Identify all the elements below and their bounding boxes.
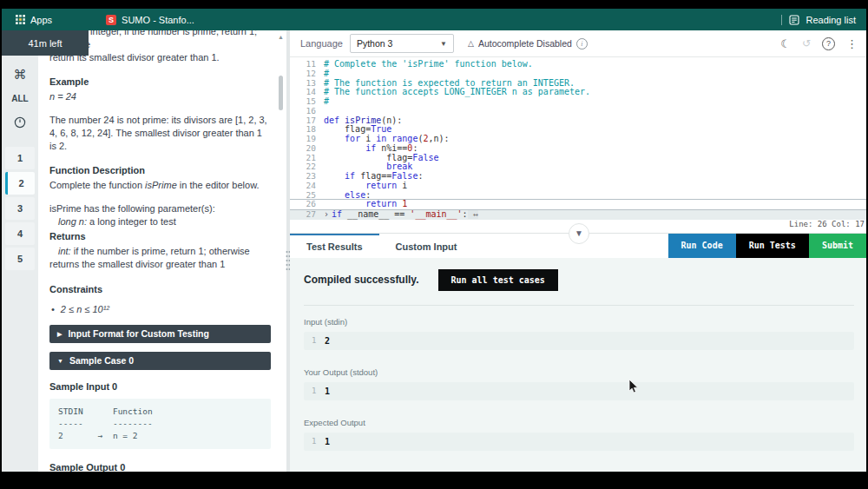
autocomplete-status: △ Autocomplete Disabled i <box>468 38 588 50</box>
info-icon[interactable]: i <box>576 38 588 50</box>
parameter-line: long n: a long integer to test <box>58 215 271 228</box>
code-line-27[interactable]: 27›if __name__ == '__main__': ↔ <box>290 209 866 220</box>
sidebar-question-5[interactable]: 5 <box>5 248 35 270</box>
constraints-heading: Constraints <box>49 283 271 296</box>
parameters-intro: isPrime has the following parameter(s): <box>49 202 271 215</box>
io-value: 1 <box>325 437 330 446</box>
line-number: 16 <box>290 107 324 116</box>
language-select[interactable]: Python 3 ▼ <box>350 34 454 53</box>
reading-list-label[interactable]: Reading list <box>806 15 856 25</box>
bullet-icon: • <box>51 303 55 316</box>
run-tests-button[interactable]: Run Tests <box>736 234 809 258</box>
problem-scrollbar[interactable]: ▲ <box>278 34 284 472</box>
reading-list-icon <box>789 15 799 25</box>
scrollbar-thumb[interactable] <box>279 76 283 110</box>
io-box[interactable]: 11 <box>304 433 854 451</box>
command-icon[interactable]: ⌘ <box>14 67 27 83</box>
sidebar-item-all[interactable]: ALL <box>11 94 28 103</box>
fold-arrow-icon[interactable]: › <box>324 210 329 220</box>
browser-bookmarks-bar: Apps S SUMO - Stanfo... Reading list <box>2 9 866 30</box>
compile-status: Compiled successfully. <box>304 274 419 286</box>
io-sections: Input (stdin)12Your Output (stdout)11Exp… <box>304 305 854 451</box>
tab-custom-input[interactable]: Custom Input <box>379 234 474 258</box>
toolbar-separator <box>781 15 782 25</box>
code-line-26[interactable]: 26 return 1 <box>290 200 866 209</box>
dark-mode-icon[interactable]: ☾ <box>780 37 791 50</box>
chevron-down-icon: ▼ <box>440 40 447 48</box>
io-section: Your Output (stdout)11 <box>304 367 854 400</box>
collapse-panel-button[interactable]: ▼ <box>569 223 589 244</box>
example-heading: Example <box>49 76 271 89</box>
clock-icon[interactable] <box>14 116 26 132</box>
kebab-menu-icon[interactable]: ⋮ <box>846 37 858 50</box>
code-line-11[interactable]: 11# Complete the 'isPrime' function belo… <box>290 60 866 69</box>
code-editor[interactable]: 11# Complete the 'isPrime' function belo… <box>290 57 866 220</box>
site-favicon: S <box>106 15 116 25</box>
sample-output-heading: Sample Output 0 <box>49 461 271 472</box>
apps-shortcut[interactable]: Apps <box>16 15 52 25</box>
line-number: 26 <box>290 200 324 209</box>
io-label: Your Output (stdout) <box>304 367 854 377</box>
io-line-number: 1 <box>312 387 325 395</box>
line-number: 24 <box>290 182 324 191</box>
io-section: Input (stdin)12 <box>304 317 854 350</box>
example-value: n = 24 <box>49 90 271 103</box>
code-line-14[interactable]: 14# The function accepts LONG_INTEGER n … <box>290 88 866 97</box>
constraint-item: •2 ≤ n ≤ 10¹² <box>51 303 271 316</box>
undo-icon[interactable]: ↺ <box>802 37 811 50</box>
line-number: 20 <box>290 144 324 154</box>
chevron-down-icon: ▼ <box>575 228 583 238</box>
submit-button[interactable]: Submit <box>809 234 866 258</box>
run-code-button[interactable]: Run Code <box>668 234 736 258</box>
sidebar-question-1[interactable]: 1 <box>5 147 35 169</box>
problem-statement-panel[interactable]: Given an integer, if the number is prime… <box>38 30 286 472</box>
io-label: Input (stdin) <box>304 317 854 327</box>
time-remaining-badge: 41m left <box>2 30 89 56</box>
help-icon[interactable]: ? <box>822 37 835 50</box>
returns-heading: Returns <box>49 230 271 243</box>
sidebar-question-3[interactable]: 3 <box>5 197 35 220</box>
bookmark-tab[interactable]: S SUMO - Stanfo... <box>106 15 194 25</box>
run-all-test-cases-button[interactable]: Run all test cases <box>438 269 558 291</box>
line-number: 27 <box>290 210 324 220</box>
expand-icon: ▶ <box>57 327 62 340</box>
io-line-number: 1 <box>312 336 325 345</box>
io-line-number: 1 <box>312 437 325 446</box>
results-tabs: Test ResultsCustom Input <box>290 234 473 258</box>
language-label: Language <box>300 38 343 49</box>
sidebar-question-4[interactable]: 4 <box>5 222 35 245</box>
sample-case-0-header[interactable]: ▼ Sample Case 0 <box>49 352 271 370</box>
bookmark-title: SUMO - Stanfo... <box>122 15 194 25</box>
sidebar-questions: 12345 <box>2 144 38 273</box>
io-box[interactable]: 12 <box>304 332 854 350</box>
returns-line: int: if the number is prime, return 1; o… <box>49 245 271 271</box>
io-value: 1 <box>325 387 330 396</box>
function-description-heading: Function Description <box>49 164 271 177</box>
sample-input-block: STDIN Function ----- -------- 2 → n = 2 <box>49 399 271 449</box>
sample-input-heading: Sample Input 0 <box>49 380 271 393</box>
apps-label: Apps <box>30 15 52 25</box>
collapse-icon: ▼ <box>57 354 63 367</box>
line-number: 12 <box>290 69 324 79</box>
tab-test-results[interactable]: Test Results <box>290 234 379 258</box>
code-line-24[interactable]: 24 return i <box>290 182 866 191</box>
mouse-cursor <box>628 379 639 394</box>
code-lines: 11# Complete the 'isPrime' function belo… <box>290 60 866 220</box>
function-description: Complete the function isPrime in the edi… <box>49 179 271 192</box>
apps-grid-icon <box>16 15 25 24</box>
question-nav-sidebar: ⌘ ALL 12345 <box>2 30 38 472</box>
io-box[interactable]: 11 <box>304 382 854 400</box>
io-section: Expected Output11 <box>304 418 854 451</box>
results-panel: ▼ Test ResultsCustom Input Run Code Run … <box>290 233 866 472</box>
editor-toolbar: Language Python 3 ▼ △ Autocomplete Disab… <box>290 30 866 57</box>
warning-triangle-icon: △ <box>468 39 474 48</box>
example-note: The number 24 is not prime: its divisors… <box>49 114 271 153</box>
browser-window: Apps S SUMO - Stanfo... Reading list 41m… <box>2 9 866 472</box>
sidebar-question-2[interactable]: 2 <box>5 172 35 195</box>
scroll-up-arrow-icon[interactable]: ▲ <box>278 34 284 41</box>
code-line-15[interactable]: 15# <box>290 97 866 107</box>
input-format-section-header[interactable]: ▶ Input Format for Custom Testing <box>49 325 271 343</box>
io-value: 2 <box>325 336 330 346</box>
io-label: Expected Output <box>304 418 854 427</box>
